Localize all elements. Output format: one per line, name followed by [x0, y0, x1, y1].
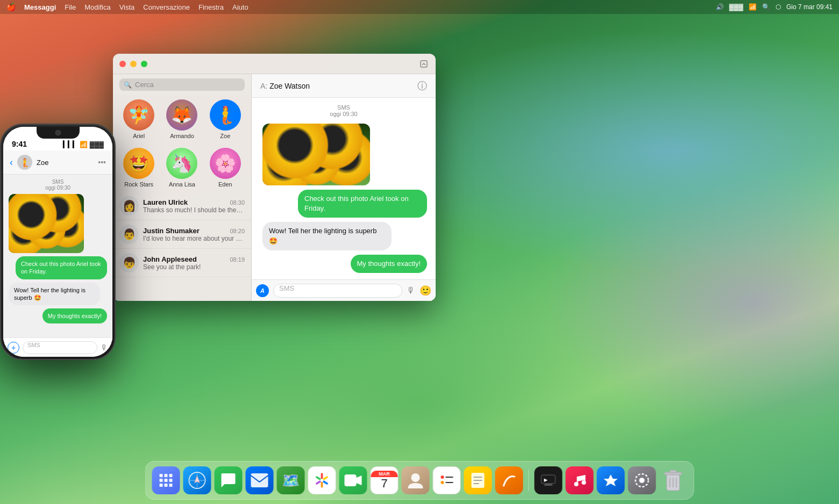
svg-rect-15 — [251, 473, 268, 487]
battery-status-icon: ▓▓▓ — [90, 141, 104, 148]
lauren-time: 08:30 — [230, 199, 245, 206]
close-button[interactable] — [119, 61, 126, 67]
chat-messages: SMS oggi 09:30 Check out this photo Arie… — [252, 98, 436, 279]
armando-avatar: 🦊 — [166, 99, 197, 131]
search-placeholder: Cerca — [135, 81, 154, 89]
eden-name: Eden — [218, 181, 232, 188]
menubar-modifica[interactable]: Modifica — [84, 3, 110, 11]
menubar-finestra[interactable]: Finestra — [198, 3, 224, 11]
dock-icon-trash[interactable] — [659, 466, 687, 494]
dock-icon-mail[interactable] — [246, 466, 274, 494]
annalisa-avatar: 🦄 — [166, 148, 197, 179]
compose-button[interactable] — [418, 59, 429, 69]
pinned-contact-ariel[interactable]: 🧚 Ariel — [119, 99, 158, 139]
conversations-list: 👩 Lauren Ulrick 08:30 Thanks so much! I … — [113, 192, 251, 301]
menubar-file[interactable]: File — [65, 3, 76, 11]
lauren-header: Lauren Ulrick 08:30 — [143, 198, 245, 206]
dock-icon-safari[interactable] — [183, 466, 211, 494]
iphone-mic-icon[interactable]: 🎙 — [101, 343, 108, 352]
menubar-wifi-icon[interactable]: 📶 — [749, 3, 757, 11]
wifi-status-icon: 📶 — [80, 141, 88, 148]
iphone-screen: 9:41 ▎▎▎ 📶 ▓▓▓ ‹ 🧜 Zoe ••• SMS oggi 09:3… — [3, 127, 112, 357]
iphone-notch — [37, 127, 80, 139]
search-wrapper[interactable]: 🔍 Cerca — [119, 78, 245, 91]
chat-header: A: Zoe Watson ⓘ — [252, 74, 436, 98]
john-preview: See you at the park! — [143, 263, 245, 271]
svg-rect-4 — [160, 479, 163, 482]
dock-icon-messages[interactable] — [215, 466, 243, 494]
pinned-groups: 🤩 Rock Stars 🦄 Anna Lisa 🌸 Eden — [113, 143, 251, 192]
pinned-contact-eden[interactable]: 🌸 Eden — [206, 148, 245, 188]
dock-icon-calendar[interactable]: MAR 7 — [371, 466, 399, 494]
svg-text:▶: ▶ — [544, 478, 548, 483]
john-name: John Appleseed — [143, 255, 197, 263]
dock-icon-system-prefs[interactable] — [628, 466, 656, 494]
pinned-contact-armando[interactable]: 🦊 Armando — [162, 99, 201, 139]
iphone-camera — [55, 130, 61, 135]
iphone-contact-name: Zoe — [37, 159, 48, 167]
dock-icon-maps[interactable]: 🗺️ — [277, 466, 305, 494]
conversation-john[interactable]: 👦 John Appleseed 08:19 See you at the pa… — [113, 249, 251, 277]
dock-icon-notes[interactable] — [464, 466, 492, 494]
message-input[interactable]: SMS — [273, 284, 402, 298]
iphone-message-input[interactable]: SMS — [23, 341, 97, 354]
menubar-volume-icon[interactable]: 🔊 — [716, 3, 724, 11]
recipient-prefix: A: — [260, 82, 269, 90]
justin-preview: I'd love to hear more about your project… — [143, 235, 245, 242]
menubar-aiuto[interactable]: Aiuto — [232, 3, 248, 11]
dock: 🗺️ MAR 7 — [145, 461, 694, 500]
zoe-name: Zoe — [220, 133, 230, 139]
dock-icon-launchpad[interactable] — [152, 466, 180, 494]
zoe-avatar: 🧜 — [210, 99, 241, 131]
iphone-message-wow: Wow! Tell her the lighting is superb 🤩 — [9, 283, 100, 306]
dock-icon-freeform[interactable] — [495, 466, 523, 494]
john-details: John Appleseed 08:19 See you at the park… — [143, 255, 245, 271]
conversation-lauren[interactable]: 👩 Lauren Ulrick 08:30 Thanks so much! I … — [113, 192, 251, 220]
menubar-battery-icon: ▓▓▓ — [729, 3, 743, 11]
appstore-button[interactable]: A — [256, 284, 269, 297]
iphone-photo-message[interactable] — [9, 194, 84, 253]
window-content: 🔍 Cerca 🧚 Ariel 🦊 Armando 🧜 — [113, 74, 436, 301]
dock-icon-contacts[interactable] — [402, 466, 430, 494]
dock-icon-appletv[interactable]: ▶ — [535, 466, 563, 494]
iphone-content: ‹ 🧜 Zoe ••• SMS oggi 09:30 Check out thi… — [3, 150, 112, 357]
dock-icon-reminders[interactable] — [433, 466, 461, 494]
search-bar: 🔍 Cerca — [113, 74, 251, 95]
emoji-button[interactable]: 🙂 — [420, 285, 431, 297]
dock-icon-appstore[interactable] — [597, 466, 625, 494]
maximize-button[interactable] — [141, 61, 147, 67]
dock-icon-photos[interactable] — [308, 466, 336, 494]
pinned-contact-zoe[interactable]: 🧜 Zoe — [206, 99, 245, 139]
john-header: John Appleseed 08:19 — [143, 255, 245, 263]
dock-icon-music[interactable] — [566, 466, 594, 494]
justin-details: Justin Shumaker 08:20 I'd love to hear m… — [143, 227, 245, 242]
photo-message[interactable] — [262, 124, 370, 185]
annalisa-name: Anna Lisa — [169, 181, 195, 188]
macbook-background: 🍎 Messaggi File Modifica Vista Conversaz… — [0, 0, 839, 504]
ariel-name: Ariel — [133, 133, 145, 139]
iphone-sunflowers-image — [9, 194, 84, 253]
menubar-siri-icon[interactable]: ⬡ — [776, 3, 781, 11]
lauren-name: Lauren Ulrick — [143, 198, 188, 206]
menubar-vista[interactable]: Vista — [119, 3, 135, 11]
minimize-button[interactable] — [130, 61, 137, 67]
menubar-search-icon[interactable]: 🔍 — [762, 3, 770, 11]
eden-avatar: 🌸 — [210, 148, 241, 179]
conversation-justin[interactable]: 👨 Justin Shumaker 08:20 I'd love to hear… — [113, 220, 251, 249]
apple-logo-icon[interactable]: 🍎 — [6, 3, 16, 11]
audio-icon[interactable]: 🎙 — [407, 286, 415, 296]
info-button[interactable]: ⓘ — [417, 80, 427, 92]
svg-rect-7 — [160, 484, 163, 487]
iphone-sms-label: SMS oggi 09:30 — [9, 179, 107, 191]
iphone-add-button[interactable]: + — [8, 342, 19, 354]
svg-marker-18 — [357, 476, 362, 485]
iphone-more-icon[interactable]: ••• — [98, 158, 106, 167]
menubar-app-name[interactable]: Messaggi — [24, 3, 56, 11]
dock-icon-facetime[interactable] — [339, 466, 367, 494]
pinned-group-rockstars[interactable]: 🤩 Rock Stars — [119, 148, 158, 188]
menubar-conversazione[interactable]: Conversazione — [143, 3, 190, 11]
lauren-preview: Thanks so much! I should be there by 9:0… — [143, 206, 245, 214]
svg-point-22 — [441, 481, 444, 484]
pinned-contact-annalisa[interactable]: 🦄 Anna Lisa — [162, 148, 201, 188]
back-button[interactable]: ‹ — [10, 157, 13, 168]
